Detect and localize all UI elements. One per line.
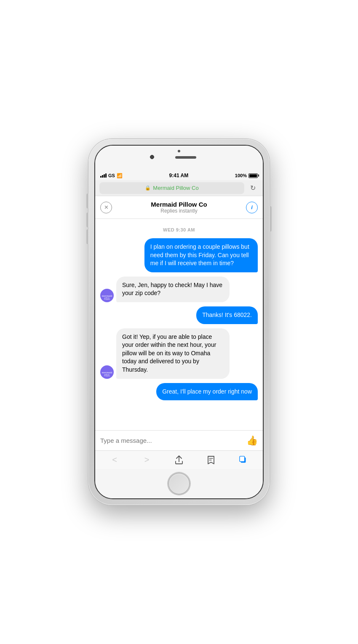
back-button[interactable]: < bbox=[107, 452, 122, 468]
svg-text:company: company bbox=[104, 375, 110, 377]
chat-subtitle: Replies instantly bbox=[160, 208, 197, 214]
signal-bars bbox=[100, 173, 107, 178]
battery-icon bbox=[248, 173, 258, 178]
message-row: I plan on ordering a couple pillows but … bbox=[100, 238, 258, 272]
url-bar-inner[interactable]: 🔒 Mermaid Pillow Co bbox=[99, 182, 244, 194]
earpiece-speaker bbox=[175, 156, 196, 159]
svg-text:company: company bbox=[104, 298, 110, 300]
message-text: Got it! Yep, if you are able to place yo… bbox=[122, 333, 216, 373]
home-button[interactable] bbox=[168, 473, 190, 495]
wifi-icon: 📶 bbox=[117, 173, 123, 178]
browser-toolbar: < > bbox=[95, 450, 263, 469]
message-text: Sure, Jen, happy to check! May I have yo… bbox=[122, 282, 222, 297]
bot-bubble: Got it! Yep, if you are able to place yo… bbox=[116, 328, 230, 379]
battery-body bbox=[248, 173, 258, 178]
phone-device: GS 📶 9:41 AM 100% 🔒 Mermaid Pillow Co ↻ bbox=[88, 139, 270, 505]
phone-screen: GS 📶 9:41 AM 100% 🔒 Mermaid Pillow Co ↻ bbox=[94, 145, 264, 499]
thumbs-up-button[interactable]: 👍 bbox=[246, 435, 258, 446]
message-input-area[interactable]: 👍 bbox=[95, 430, 263, 450]
avatar: mermaid pillow company bbox=[100, 365, 114, 379]
battery-fill bbox=[249, 174, 257, 177]
info-button[interactable]: i bbox=[246, 202, 258, 213]
lock-icon: 🔒 bbox=[145, 185, 151, 191]
url-text: Mermaid Pillow Co bbox=[153, 185, 198, 191]
bookmarks-button[interactable] bbox=[203, 452, 219, 468]
message-timestamp: WED 9:30 AM bbox=[100, 227, 258, 232]
status-left: GS 📶 bbox=[100, 173, 123, 178]
chat-header-center: Mermaid Pillow Co Replies instantly bbox=[151, 201, 207, 214]
proximity-sensor bbox=[178, 150, 180, 152]
avatar: mermaid pillow company bbox=[100, 289, 114, 302]
status-bar: GS 📶 9:41 AM 100% bbox=[95, 171, 263, 180]
front-camera bbox=[150, 155, 154, 159]
user-bubble: Thanks! It's 68022. bbox=[196, 306, 258, 324]
close-button[interactable]: ✕ bbox=[100, 202, 112, 213]
chat-header: ✕ Mermaid Pillow Co Replies instantly i bbox=[95, 196, 263, 219]
user-bubble: I plan on ordering a couple pillows but … bbox=[144, 238, 258, 272]
message-row: Thanks! It's 68022. bbox=[100, 306, 258, 324]
url-bar[interactable]: 🔒 Mermaid Pillow Co ↻ bbox=[95, 180, 263, 196]
forward-button[interactable]: > bbox=[139, 452, 155, 468]
phone-bottom bbox=[95, 469, 263, 498]
status-time: 9:41 AM bbox=[169, 173, 189, 178]
carrier-text: GS bbox=[108, 173, 115, 178]
refresh-button[interactable]: ↻ bbox=[247, 182, 259, 194]
status-right: 100% bbox=[235, 173, 258, 178]
user-bubble: Great, I'll place my order right now bbox=[156, 383, 258, 401]
message-row: mermaid pillow company Got it! Yep, if y… bbox=[100, 328, 258, 379]
tabs-button[interactable] bbox=[236, 452, 251, 468]
message-row: mermaid pillow company Sure, Jen, happy … bbox=[100, 277, 258, 302]
message-text: I plan on ordering a couple pillows but … bbox=[150, 243, 249, 266]
messages-area: WED 9:30 AM I plan on ordering a couple … bbox=[95, 219, 263, 430]
phone-top-hardware bbox=[95, 146, 263, 171]
svg-rect-9 bbox=[240, 456, 245, 461]
message-text: Great, I'll place my order right now bbox=[162, 388, 252, 395]
share-button[interactable] bbox=[171, 452, 187, 468]
bot-bubble: Sure, Jen, happy to check! May I have yo… bbox=[116, 277, 230, 302]
battery-text: 100% bbox=[235, 173, 247, 178]
message-row: Great, I'll place my order right now bbox=[100, 383, 258, 401]
chat-title: Mermaid Pillow Co bbox=[151, 201, 207, 208]
message-input[interactable] bbox=[100, 437, 243, 444]
message-text: Thanks! It's 68022. bbox=[202, 311, 252, 318]
